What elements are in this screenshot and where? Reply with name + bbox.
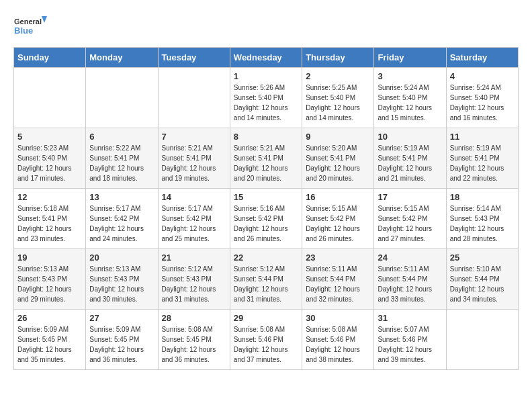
- calendar-cell: 14Sunrise: 5:17 AM Sunset: 5:42 PM Dayli…: [158, 189, 230, 249]
- calendar-cell: 25Sunrise: 5:10 AM Sunset: 5:44 PM Dayli…: [446, 249, 518, 310]
- calendar-cell: 26Sunrise: 5:09 AM Sunset: 5:45 PM Dayli…: [14, 310, 86, 370]
- day-number: 29: [234, 313, 298, 323]
- calendar-cell: 15Sunrise: 5:16 AM Sunset: 5:42 PM Dayli…: [230, 189, 302, 249]
- day-info: Sunrise: 5:24 AM Sunset: 5:40 PM Dayligh…: [378, 83, 442, 123]
- week-row-4: 26Sunrise: 5:09 AM Sunset: 5:45 PM Dayli…: [14, 310, 519, 370]
- day-number: 3: [378, 71, 442, 81]
- header-monday: Monday: [86, 48, 158, 68]
- day-number: 10: [378, 132, 442, 142]
- day-number: 20: [89, 253, 154, 263]
- day-info: Sunrise: 5:17 AM Sunset: 5:42 PM Dayligh…: [89, 203, 154, 244]
- logo: General Blue: [13, 13, 47, 40]
- day-info: Sunrise: 5:08 AM Sunset: 5:46 PM Dayligh…: [234, 324, 298, 365]
- day-info: Sunrise: 5:09 AM Sunset: 5:45 PM Dayligh…: [17, 324, 82, 365]
- day-info: Sunrise: 5:11 AM Sunset: 5:44 PM Dayligh…: [378, 264, 442, 304]
- day-number: 12: [17, 192, 82, 202]
- calendar-cell: 11Sunrise: 5:19 AM Sunset: 5:41 PM Dayli…: [446, 128, 518, 189]
- day-number: 6: [89, 132, 154, 142]
- header-tuesday: Tuesday: [158, 48, 230, 68]
- day-number: 8: [234, 132, 298, 142]
- day-number: 9: [306, 132, 370, 142]
- header-saturday: Saturday: [446, 48, 518, 68]
- day-info: Sunrise: 5:08 AM Sunset: 5:46 PM Dayligh…: [306, 324, 370, 365]
- day-number: 7: [162, 132, 226, 142]
- header-wednesday: Wednesday: [230, 48, 302, 68]
- calendar-cell: 3Sunrise: 5:24 AM Sunset: 5:40 PM Daylig…: [374, 68, 446, 128]
- day-info: Sunrise: 5:19 AM Sunset: 5:41 PM Dayligh…: [450, 143, 515, 183]
- calendar-cell: 21Sunrise: 5:12 AM Sunset: 5:43 PM Dayli…: [158, 249, 230, 310]
- svg-text:Blue: Blue: [14, 26, 33, 36]
- calendar-cell: 22Sunrise: 5:12 AM Sunset: 5:44 PM Dayli…: [230, 249, 302, 310]
- week-row-0: 1Sunrise: 5:26 AM Sunset: 5:40 PM Daylig…: [14, 68, 519, 128]
- day-number: 25: [450, 253, 515, 263]
- day-number: 24: [378, 253, 442, 263]
- day-info: Sunrise: 5:12 AM Sunset: 5:44 PM Dayligh…: [234, 264, 298, 304]
- day-info: Sunrise: 5:09 AM Sunset: 5:45 PM Dayligh…: [89, 324, 154, 365]
- week-row-2: 12Sunrise: 5:18 AM Sunset: 5:41 PM Dayli…: [14, 189, 519, 249]
- calendar-cell: 20Sunrise: 5:13 AM Sunset: 5:43 PM Dayli…: [86, 249, 158, 310]
- day-number: 13: [89, 192, 154, 202]
- svg-text:General: General: [14, 17, 42, 26]
- calendar-cell: 5Sunrise: 5:23 AM Sunset: 5:40 PM Daylig…: [14, 128, 86, 189]
- header-friday: Friday: [374, 48, 446, 68]
- day-info: Sunrise: 5:26 AM Sunset: 5:40 PM Dayligh…: [234, 83, 298, 123]
- days-header-row: SundayMondayTuesdayWednesdayThursdayFrid…: [14, 48, 519, 68]
- calendar-cell: 6Sunrise: 5:22 AM Sunset: 5:41 PM Daylig…: [86, 128, 158, 189]
- calendar-cell: 28Sunrise: 5:08 AM Sunset: 5:45 PM Dayli…: [158, 310, 230, 370]
- day-number: 2: [306, 71, 370, 81]
- day-number: 1: [234, 71, 298, 81]
- day-number: 11: [450, 132, 515, 142]
- header-thursday: Thursday: [302, 48, 374, 68]
- day-number: 21: [162, 253, 226, 263]
- calendar-cell: 16Sunrise: 5:15 AM Sunset: 5:42 PM Dayli…: [302, 189, 374, 249]
- day-number: 14: [162, 192, 226, 202]
- week-row-1: 5Sunrise: 5:23 AM Sunset: 5:40 PM Daylig…: [14, 128, 519, 189]
- calendar-cell: [158, 68, 230, 128]
- calendar-table: SundayMondayTuesdayWednesdayThursdayFrid…: [13, 47, 519, 370]
- calendar-cell: 1Sunrise: 5:26 AM Sunset: 5:40 PM Daylig…: [230, 68, 302, 128]
- calendar-cell: 12Sunrise: 5:18 AM Sunset: 5:41 PM Dayli…: [14, 189, 86, 249]
- day-number: 28: [162, 313, 226, 323]
- calendar-cell: 18Sunrise: 5:14 AM Sunset: 5:43 PM Dayli…: [446, 189, 518, 249]
- day-info: Sunrise: 5:07 AM Sunset: 5:46 PM Dayligh…: [378, 324, 442, 365]
- calendar-cell: 29Sunrise: 5:08 AM Sunset: 5:46 PM Dayli…: [230, 310, 302, 370]
- svg-marker-2: [42, 16, 47, 23]
- day-info: Sunrise: 5:25 AM Sunset: 5:40 PM Dayligh…: [306, 83, 370, 123]
- day-info: Sunrise: 5:20 AM Sunset: 5:41 PM Dayligh…: [306, 143, 370, 183]
- week-row-3: 19Sunrise: 5:13 AM Sunset: 5:43 PM Dayli…: [14, 249, 519, 310]
- day-info: Sunrise: 5:12 AM Sunset: 5:43 PM Dayligh…: [162, 264, 226, 304]
- day-number: 22: [234, 253, 298, 263]
- day-info: Sunrise: 5:21 AM Sunset: 5:41 PM Dayligh…: [234, 143, 298, 183]
- day-info: Sunrise: 5:23 AM Sunset: 5:40 PM Dayligh…: [17, 143, 82, 183]
- day-number: 27: [89, 313, 154, 323]
- day-info: Sunrise: 5:18 AM Sunset: 5:41 PM Dayligh…: [17, 203, 82, 244]
- day-number: 30: [306, 313, 370, 323]
- day-info: Sunrise: 5:11 AM Sunset: 5:44 PM Dayligh…: [306, 264, 370, 304]
- calendar-cell: 13Sunrise: 5:17 AM Sunset: 5:42 PM Dayli…: [86, 189, 158, 249]
- calendar-cell: [14, 68, 86, 128]
- calendar-cell: 8Sunrise: 5:21 AM Sunset: 5:41 PM Daylig…: [230, 128, 302, 189]
- day-info: Sunrise: 5:15 AM Sunset: 5:42 PM Dayligh…: [378, 203, 442, 244]
- day-number: 16: [306, 192, 370, 202]
- day-number: 26: [17, 313, 82, 323]
- calendar-cell: 24Sunrise: 5:11 AM Sunset: 5:44 PM Dayli…: [374, 249, 446, 310]
- calendar-cell: 27Sunrise: 5:09 AM Sunset: 5:45 PM Dayli…: [86, 310, 158, 370]
- page-header: General Blue: [13, 13, 519, 40]
- day-info: Sunrise: 5:16 AM Sunset: 5:42 PM Dayligh…: [234, 203, 298, 244]
- day-info: Sunrise: 5:22 AM Sunset: 5:41 PM Dayligh…: [89, 143, 154, 183]
- day-info: Sunrise: 5:17 AM Sunset: 5:42 PM Dayligh…: [162, 203, 226, 244]
- day-info: Sunrise: 5:19 AM Sunset: 5:41 PM Dayligh…: [378, 143, 442, 183]
- calendar-cell: 10Sunrise: 5:19 AM Sunset: 5:41 PM Dayli…: [374, 128, 446, 189]
- day-info: Sunrise: 5:13 AM Sunset: 5:43 PM Dayligh…: [89, 264, 154, 304]
- calendar-cell: 7Sunrise: 5:21 AM Sunset: 5:41 PM Daylig…: [158, 128, 230, 189]
- day-info: Sunrise: 5:15 AM Sunset: 5:42 PM Dayligh…: [306, 203, 370, 244]
- day-info: Sunrise: 5:08 AM Sunset: 5:45 PM Dayligh…: [162, 324, 226, 365]
- day-number: 15: [234, 192, 298, 202]
- calendar-cell: 23Sunrise: 5:11 AM Sunset: 5:44 PM Dayli…: [302, 249, 374, 310]
- day-number: 5: [17, 132, 82, 142]
- day-info: Sunrise: 5:14 AM Sunset: 5:43 PM Dayligh…: [450, 203, 515, 244]
- calendar-cell: [446, 310, 518, 370]
- calendar-cell: [86, 68, 158, 128]
- calendar-cell: 17Sunrise: 5:15 AM Sunset: 5:42 PM Dayli…: [374, 189, 446, 249]
- calendar-cell: 9Sunrise: 5:20 AM Sunset: 5:41 PM Daylig…: [302, 128, 374, 189]
